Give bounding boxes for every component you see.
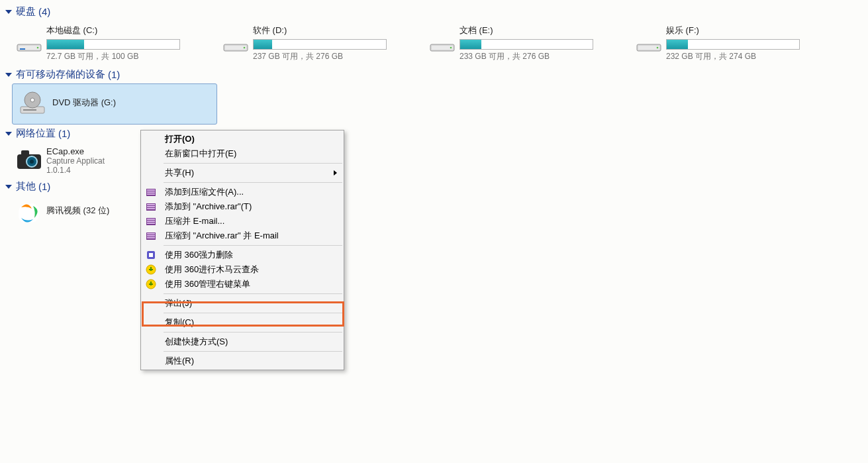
menu-separator (164, 313, 342, 313)
group-count-hdd: (4) (38, 6, 50, 17)
svg-rect-31 (147, 219, 155, 220)
drive-stats: 72.7 GB 可用，共 100 GB (46, 51, 180, 62)
dvd-label: DVD 驱动器 (G:) (52, 97, 116, 109)
drive-label: 软件 (D:) (253, 25, 387, 36)
drives-row: 本地磁盘 (C:) 72.7 GB 可用，共 100 GB 软件 (D:) 23… (0, 21, 868, 66)
network-item-ecap[interactable]: ECap.exe Capture Applicat 1.0.1.4 (0, 142, 868, 178)
drive-d[interactable]: 软件 (D:) 237 GB 可用，共 276 GB (218, 25, 425, 62)
camera-icon (12, 145, 46, 174)
svg-rect-45 (149, 283, 153, 285)
drive-stats: 232 GB 可用，共 274 GB (666, 51, 800, 62)
360-delete-icon (145, 249, 157, 261)
drive-c[interactable]: 本地磁盘 (C:) 72.7 GB 可用，共 100 GB (12, 25, 218, 62)
group-count-network: (1) (58, 128, 70, 139)
dvd-icon (13, 89, 52, 119)
group-count-removable: (1) (108, 69, 120, 80)
svg-rect-18 (21, 150, 29, 156)
svg-rect-11 (638, 46, 659, 50)
group-header-hdd[interactable]: 硬盘 (4) (0, 3, 868, 21)
app-name: 腾讯视频 (32 位) (46, 205, 109, 217)
drive-label: 娱乐 (F:) (666, 25, 800, 36)
menu-share-label: 共享(H) (165, 167, 194, 179)
svg-rect-27 (147, 204, 155, 205)
svg-rect-37 (147, 237, 155, 238)
drive-stats: 237 GB 可用，共 276 GB (253, 51, 387, 62)
svg-rect-8 (432, 46, 453, 50)
winrar-icon (145, 201, 157, 213)
menu-rar-add[interactable]: 添加到压缩文件(A)... (141, 185, 344, 199)
collapse-arrow-icon (5, 10, 12, 14)
other-item-tencent[interactable]: 腾讯视频 (32 位) (0, 195, 868, 230)
svg-rect-28 (147, 206, 155, 207)
usage-bar (666, 39, 800, 50)
tencent-video-icon (12, 198, 46, 227)
svg-rect-42 (149, 269, 153, 270)
group-header-network[interactable]: 网络位置 (1) (0, 125, 868, 142)
menu-copy[interactable]: 复制(C) (141, 315, 344, 330)
menu-360-scan[interactable]: 使用 360进行木马云查杀 (141, 262, 344, 277)
drive-stats: 233 GB 可用，共 276 GB (459, 51, 593, 62)
svg-rect-32 (147, 221, 155, 222)
svg-point-6 (244, 47, 246, 49)
svg-point-20 (30, 160, 34, 164)
hdd-icon (632, 28, 666, 58)
group-title-network: 网络位置 (16, 127, 56, 140)
group-header-removable[interactable]: 有可移动存储的设备 (1) (0, 66, 868, 83)
svg-rect-35 (147, 233, 155, 234)
svg-point-2 (37, 47, 39, 49)
svg-rect-33 (147, 223, 155, 224)
menu-separator (164, 351, 342, 352)
menu-separator (164, 293, 342, 294)
svg-rect-5 (225, 46, 246, 50)
svg-rect-29 (147, 208, 155, 209)
hdd-icon (425, 28, 459, 58)
app-version: 1.0.1.4 (46, 166, 105, 175)
hdd-icon (12, 28, 46, 58)
group-count-other: (1) (38, 181, 50, 192)
menu-rar-archive-email[interactable]: 压缩到 "Archive.rar" 并 E-mail (141, 229, 344, 243)
svg-rect-39 (149, 253, 153, 257)
usage-bar (459, 39, 593, 50)
360-scan-icon (145, 264, 157, 276)
usage-bar (46, 39, 180, 50)
menu-rar-email[interactable]: 压缩并 E-mail... (141, 214, 344, 229)
menu-separator (164, 182, 342, 183)
drive-label: 本地磁盘 (C:) (46, 25, 180, 36)
group-title-hdd: 硬盘 (16, 5, 36, 18)
menu-separator (164, 332, 342, 333)
group-title-removable: 有可移动存储的设备 (16, 68, 105, 81)
group-title-other: 其他 (16, 180, 36, 193)
submenu-arrow-icon (334, 170, 337, 176)
group-header-other[interactable]: 其他 (1) (0, 178, 868, 195)
menu-open-new-window[interactable]: 在新窗口中打开(E) (141, 146, 344, 161)
winrar-icon (145, 215, 157, 227)
menu-separator (164, 245, 342, 246)
drive-e[interactable]: 文档 (E:) 233 GB 可用，共 276 GB (425, 25, 632, 62)
dvd-drive[interactable]: DVD 驱动器 (G:) (12, 83, 217, 125)
svg-rect-3 (20, 48, 25, 50)
app-description: Capture Applicat (46, 156, 105, 166)
svg-rect-14 (23, 109, 36, 111)
context-menu: 打开(O) 在新窗口中打开(E) 共享(H) 添加到压缩文件(A)... 添加到… (140, 130, 344, 370)
svg-point-12 (657, 47, 659, 49)
collapse-arrow-icon (5, 73, 12, 77)
svg-point-16 (30, 98, 34, 102)
menu-eject[interactable]: 弹出(J) (141, 296, 344, 311)
drive-f[interactable]: 娱乐 (F:) 232 GB 可用，共 274 GB (632, 25, 838, 62)
winrar-icon (145, 186, 157, 198)
collapse-arrow-icon (5, 132, 12, 136)
menu-360-delete[interactable]: 使用 360强力删除 (141, 248, 344, 262)
svg-rect-23 (147, 189, 155, 191)
menu-share[interactable]: 共享(H) (141, 166, 344, 180)
menu-separator (164, 163, 342, 164)
360-context-icon (145, 278, 157, 290)
menu-360-context[interactable]: 使用 360管理右键菜单 (141, 277, 344, 291)
menu-create-shortcut[interactable]: 创建快捷方式(S) (141, 334, 344, 349)
winrar-icon (145, 230, 157, 242)
svg-point-9 (450, 47, 452, 49)
drive-label: 文档 (E:) (459, 25, 593, 36)
menu-properties[interactable]: 属性(R) (141, 354, 344, 368)
menu-open[interactable]: 打开(O) (141, 132, 344, 146)
menu-rar-archive[interactable]: 添加到 "Archive.rar"(T) (141, 199, 344, 214)
app-name: ECap.exe (46, 146, 105, 156)
